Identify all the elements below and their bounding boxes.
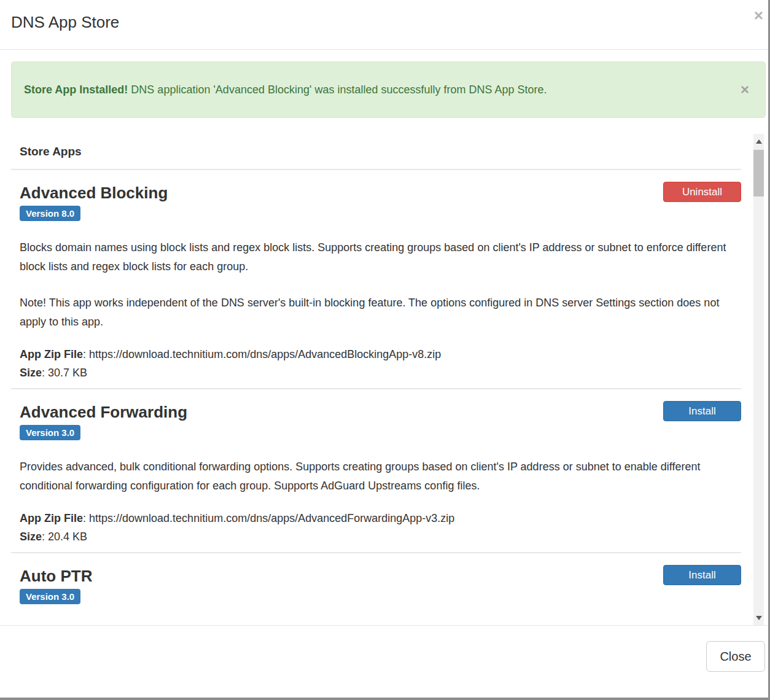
app-note: Note! This app works independent of the … (20, 294, 741, 332)
app-title: Advanced Forwarding (20, 403, 187, 421)
version-badge: Version 8.0 (20, 206, 80, 221)
app-description: Blocks domain names using block lists an… (20, 238, 741, 276)
zip-url: https://download.technitium.com/dns/apps… (89, 348, 441, 360)
app-zip-file-line: App Zip File: https://download.technitiu… (20, 345, 741, 364)
scrollbar-down-arrow-icon[interactable] (753, 610, 764, 625)
zip-label: App Zip File (20, 348, 83, 360)
separator: : (42, 531, 48, 543)
alert-message: DNS application 'Advanced Blocking' was … (128, 84, 546, 96)
store-apps-list: Store Apps Advanced Blocking Uninstall V… (11, 134, 766, 625)
app-title: Advanced Blocking (20, 184, 168, 202)
version-badge: Version 3.0 (20, 589, 80, 604)
app-meta: App Zip File: https://download.technitiu… (20, 509, 741, 546)
version-badge: Version 3.0 (20, 425, 80, 440)
app-description: Provides advanced, bulk conditional forw… (20, 457, 741, 496)
modal-body: Store App Installed! DNS application 'Ad… (0, 50, 768, 625)
size-label: Size (20, 367, 42, 379)
scrollbar-thumb[interactable] (753, 150, 764, 196)
app-size-line: Size: 20.4 KB (20, 527, 741, 546)
close-button[interactable]: Close (706, 641, 765, 672)
alert-text: Store App Installed! DNS application 'Ad… (24, 84, 547, 96)
modal-header: DNS App Store × (0, 0, 768, 50)
store-apps-scroll-area: Store Apps Advanced Blocking Uninstall V… (11, 134, 766, 625)
alert-dismiss-icon[interactable]: × (741, 81, 749, 98)
app-size-line: Size: 30.7 KB (20, 364, 741, 382)
install-success-alert: Store App Installed! DNS application 'Ad… (11, 61, 766, 118)
store-apps-heading: Store Apps (11, 134, 741, 158)
app-meta: App Zip File: https://download.technitiu… (20, 345, 741, 382)
dns-app-store-modal: DNS App Store × Store App Installed! DNS… (0, 0, 770, 700)
install-button[interactable]: Install (663, 565, 741, 585)
app-item-auto-ptr: Auto PTR Install Version 3.0 (11, 553, 741, 610)
uninstall-button[interactable]: Uninstall (663, 182, 741, 202)
alert-title: Store App Installed! (24, 84, 128, 96)
size-label: Size (20, 531, 42, 543)
separator: : (83, 512, 89, 524)
separator: : (83, 348, 89, 360)
app-title: Auto PTR (20, 567, 92, 585)
separator: : (42, 367, 48, 379)
app-item-advanced-blocking: Advanced Blocking Uninstall Version 8.0 … (11, 170, 741, 388)
zip-url: https://download.technitium.com/dns/apps… (89, 512, 454, 524)
scrollbar[interactable] (753, 134, 764, 625)
modal-footer: Close (0, 625, 768, 698)
zip-label: App Zip File (20, 512, 83, 524)
size-value: 30.7 KB (48, 367, 87, 379)
app-zip-file-line: App Zip File: https://download.technitiu… (20, 509, 741, 527)
install-button[interactable]: Install (663, 401, 741, 421)
size-value: 20.4 KB (48, 531, 87, 543)
modal-close-icon[interactable]: × (754, 7, 763, 23)
modal-title: DNS App Store (11, 14, 757, 31)
scrollbar-up-arrow-icon[interactable] (753, 134, 764, 149)
app-item-advanced-forwarding: Advanced Forwarding Install Version 3.0 … (11, 389, 741, 552)
